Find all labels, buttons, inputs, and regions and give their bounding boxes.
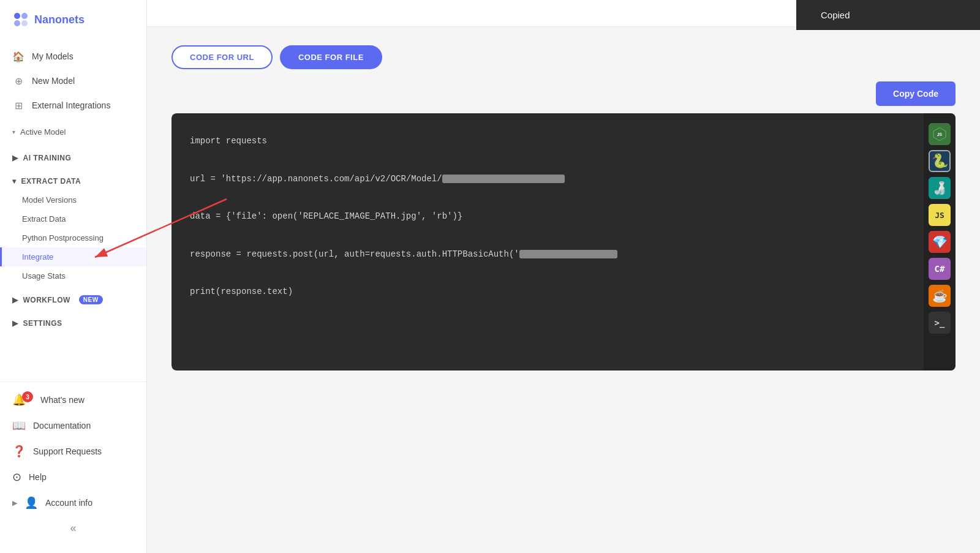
code-line-1: import requests — [190, 132, 937, 151]
sidebar-item-label: My Models — [32, 51, 74, 61]
sidebar-item-help[interactable]: ⊙ Help — [0, 464, 146, 490]
flask-symbol: 🍶 — [932, 181, 948, 195]
ruby-symbol: 💎 — [932, 235, 948, 249]
section-extract-data: ▾ EXTRACT DATA Model Versions Extract Da… — [0, 170, 146, 288]
sidebar-item-integrate[interactable]: Integrate — [0, 247, 146, 266]
lang-icon-java[interactable]: ☕ — [929, 285, 951, 307]
code-line-blank-3 — [190, 226, 937, 245]
sidebar: Nanonets 🏠 My Models ⊕ New Model ⊞ Exter… — [0, 0, 147, 553]
active-model-header[interactable]: ▾ Active Model — [0, 122, 146, 141]
lang-icon-csharp[interactable]: C# — [929, 258, 951, 280]
section-label: WORKFLOW — [23, 296, 70, 304]
grid-icon: ⊞ — [12, 99, 24, 111]
chevron-right-icon: ▶ — [12, 296, 18, 304]
main-nav: 🏠 My Models ⊕ New Model ⊞ External Integ… — [0, 39, 146, 382]
copy-code-button[interactable]: Copy Code — [876, 81, 956, 106]
help-icon: ⊙ — [12, 470, 21, 484]
bottom-nav-label: Help — [29, 472, 47, 482]
lang-icon-ruby[interactable]: 💎 — [929, 231, 951, 253]
sidebar-item-documentation[interactable]: 📖 Documentation — [0, 413, 146, 438]
svg-point-0 — [14, 13, 20, 19]
lang-icon-python[interactable]: 🐍 — [929, 150, 951, 172]
tab-code-for-url[interactable]: CODE FOR URL — [172, 45, 273, 69]
nodejs-svg-icon: JS — [932, 127, 947, 141]
java-symbol: ☕ — [932, 288, 948, 303]
code-line-data: data = {'file': open('REPLACE_IMAGE_PATH… — [190, 207, 937, 226]
collapse-icon: « — [70, 522, 76, 535]
sidebar-item-extract-data[interactable]: Extract Data — [0, 209, 146, 228]
code-line-blank-1 — [190, 151, 937, 170]
lang-icon-terminal[interactable]: >_ — [929, 312, 951, 334]
sidebar-item-label: External Integrations — [32, 100, 110, 110]
terminal-symbol: >_ — [935, 318, 945, 328]
sidebar-item-python-postprocessing[interactable]: Python Postprocessing — [0, 228, 146, 247]
code-line-url: url = 'https://app.nanonets.com/api/v2/O… — [190, 170, 937, 189]
bottom-nav-label: Support Requests — [33, 446, 102, 456]
section-label: SETTINGS — [23, 319, 62, 328]
section-workflow: ▶ WORKFLOW NEW — [0, 288, 146, 312]
plus-circle-icon: ⊕ — [12, 75, 24, 87]
page-content: CODE FOR URL CODE FOR FILE Copy Code imp… — [147, 27, 980, 553]
support-icon: ❓ — [12, 445, 26, 458]
bottom-nav-label: Account info — [45, 498, 92, 508]
redacted-model-id — [442, 175, 565, 183]
lang-icon-flask[interactable]: 🍶 — [929, 177, 951, 199]
sub-nav-label: Python Postprocessing — [22, 233, 104, 243]
new-badge: NEW — [79, 295, 103, 304]
toast-message: Copied — [821, 10, 850, 20]
sidebar-item-usage-stats[interactable]: Usage Stats — [0, 266, 146, 285]
code-block-wrapper: import requests url = 'https://app.nanon… — [172, 113, 956, 371]
js-symbol: JS — [935, 211, 944, 220]
lang-icon-javascript[interactable]: JS — [929, 204, 951, 226]
python-symbol: 🐍 — [932, 153, 948, 169]
code-block: import requests url = 'https://app.nanon… — [172, 113, 956, 371]
collapse-sidebar-button[interactable]: « — [0, 516, 146, 541]
sidebar-item-model-versions[interactable]: Model Versions — [0, 190, 146, 209]
active-model-section: ▾ Active Model — [0, 118, 146, 146]
chevron-down-icon: ▾ — [12, 177, 17, 186]
book-icon: 📖 — [12, 419, 26, 432]
sub-nav-label: Integrate — [22, 252, 53, 261]
csharp-symbol: C# — [935, 264, 945, 274]
copied-toast: Copied — [796, 0, 980, 30]
sidebar-item-support-requests[interactable]: ❓ Support Requests — [0, 438, 146, 464]
section-header-settings[interactable]: ▶ SETTINGS — [0, 314, 146, 333]
expand-icon: ▶ — [12, 499, 17, 507]
chevron-right-icon: ▶ — [12, 319, 18, 328]
section-header-extract-data[interactable]: ▾ EXTRACT DATA — [0, 172, 146, 190]
main-content: Copied karan@nanonets.com CODE FOR URL C… — [147, 0, 980, 553]
tab-code-for-file[interactable]: CODE FOR FILE — [280, 45, 382, 69]
section-header-ai-training[interactable]: ▶ AI TRAINING — [0, 149, 146, 167]
sidebar-item-new-model[interactable]: ⊕ New Model — [0, 69, 146, 93]
sub-nav-label: Model Versions — [22, 195, 77, 205]
section-label: AI TRAINING — [23, 154, 72, 162]
sidebar-item-label: New Model — [32, 76, 75, 86]
sidebar-item-my-models[interactable]: 🏠 My Models — [0, 44, 146, 69]
code-line-blank-4 — [190, 264, 937, 283]
logo-icon — [12, 11, 29, 28]
svg-point-3 — [21, 20, 28, 26]
person-icon: 👤 — [24, 496, 38, 510]
svg-point-2 — [14, 20, 20, 26]
bottom-nav-label: What's new — [40, 395, 85, 405]
bell-wrapper: 🔔 3 — [12, 393, 33, 407]
section-settings: ▶ SETTINGS — [0, 312, 146, 335]
app-name: Nanonets — [34, 13, 85, 26]
sidebar-item-external-integrations[interactable]: ⊞ External Integrations — [0, 93, 146, 118]
sidebar-bottom: 🔔 3 What's new 📖 Documentation ❓ Support… — [0, 382, 146, 553]
svg-point-1 — [21, 13, 28, 19]
section-ai-training: ▶ AI TRAINING — [0, 146, 146, 170]
lang-icon-nodejs[interactable]: JS — [929, 123, 951, 145]
chevron-down-icon: ▾ — [12, 129, 15, 135]
lang-icons-panel: JS 🐍 🍶 JS 💎 — [924, 113, 956, 371]
section-label: EXTRACT DATA — [21, 177, 81, 186]
code-line-blank-2 — [190, 188, 937, 207]
sidebar-item-whats-new[interactable]: 🔔 3 What's new — [0, 387, 146, 413]
bottom-nav-label: Documentation — [33, 421, 91, 431]
chevron-right-icon: ▶ — [12, 154, 18, 162]
sidebar-item-account-info[interactable]: ▶ 👤 Account info — [0, 490, 146, 516]
redacted-api-key — [519, 250, 617, 258]
sub-nav-label: Usage Stats — [22, 271, 66, 280]
app-logo[interactable]: Nanonets — [0, 0, 146, 39]
section-header-workflow[interactable]: ▶ WORKFLOW NEW — [0, 290, 146, 309]
